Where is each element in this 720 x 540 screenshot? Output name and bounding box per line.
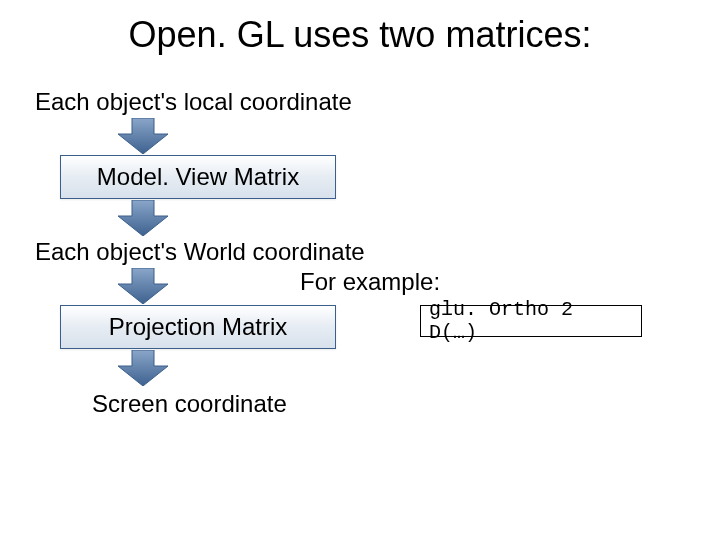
arrow-down-icon [118,350,168,386]
svg-marker-2 [118,268,168,304]
example-code-box: glu. Ortho 2 D(…) [420,305,642,337]
projection-matrix-label: Projection Matrix [109,313,288,341]
slide-title: Open. GL uses two matrices: [0,14,720,56]
example-label: For example: [300,268,440,296]
modelview-matrix-box: Model. View Matrix [60,155,336,199]
stage-world-coordinate: Each object's World coordinate [35,238,365,266]
projection-matrix-box: Projection Matrix [60,305,336,349]
svg-marker-3 [118,350,168,386]
svg-marker-0 [118,118,168,154]
modelview-matrix-label: Model. View Matrix [97,163,299,191]
stage-local-coordinate: Each object's local coordinate [35,88,352,116]
stage-screen-coordinate: Screen coordinate [92,390,287,418]
arrow-down-icon [118,268,168,304]
example-code-text: glu. Ortho 2 D(…) [429,298,633,344]
arrow-down-icon [118,118,168,154]
svg-marker-1 [118,200,168,236]
arrow-down-icon [118,200,168,236]
